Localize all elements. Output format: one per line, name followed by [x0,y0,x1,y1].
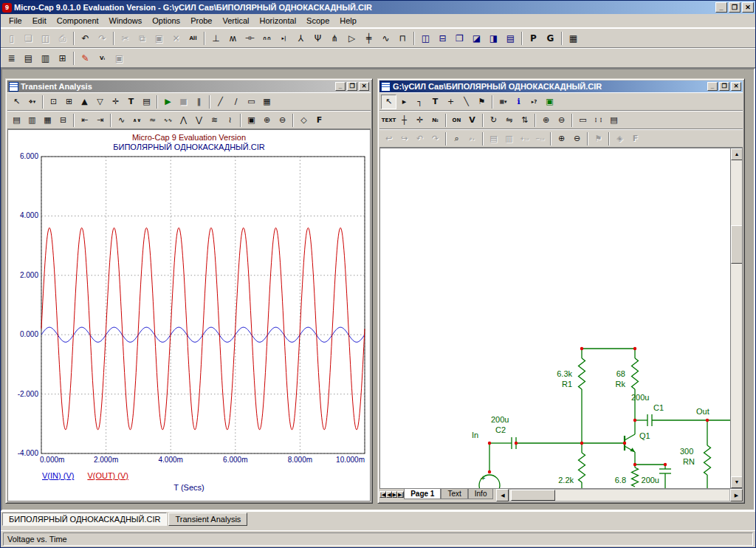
pnp-transistor-component-button[interactable]: Ψ [309,30,326,47]
analysis-titlebar[interactable]: Transient Analysis _ ❐ ✕ [7,81,371,92]
zoom-in-button[interactable]: ⊕ [259,113,275,128]
vertical-scroll-thumb[interactable] [731,225,743,264]
document-tab-1[interactable]: Transient Analysis [168,513,247,526]
flip-y-button[interactable]: ⇅ [517,113,532,128]
zoom-in-button[interactable]: ⊕ [538,113,554,128]
npn-transistor-component-button[interactable]: ⅄ [292,30,309,47]
graphics-dropdown-button[interactable]: ❖▾ [24,95,40,109]
state-variables-button[interactable]: ⊞ [54,50,71,66]
polyline-mode-button[interactable]: ∕ [228,95,244,109]
annotate-pencil-button[interactable]: ✎ [77,50,94,66]
analysis-maximize-button[interactable]: ❐ [347,82,357,91]
cursor-left-button[interactable]: ⇤ [77,113,92,128]
run-button[interactable]: ▶ [160,95,176,109]
find-button[interactable]: ⌕ [449,131,464,146]
opamp-component-button[interactable]: ▷ [343,30,360,47]
text-mode-button[interactable]: T [427,95,443,109]
stepping-button[interactable]: ≣ [3,50,20,66]
schematic-canvas[interactable]: +6.3kR168Rk200uC1200uC2Q1300RN2.2k6.8200… [380,148,733,488]
go-to-x-button[interactable]: ◇ [296,113,312,128]
tile-vertical-button[interactable]: ◫ [417,30,434,47]
find-next-button[interactable]: ⌕₊ [464,131,480,146]
maximize-button[interactable]: ❐ [729,2,740,13]
probe-p-button[interactable]: P [525,30,542,47]
pin-toggle-button[interactable]: ✛ [412,113,427,128]
save-file-button[interactable]: ◫ [37,30,54,47]
schematic-close-button[interactable]: ✕ [731,82,741,91]
page-tab-info[interactable]: Info [468,489,494,499]
flag-goto-button[interactable]: ⚑ [591,131,606,146]
find-part-dropdown-button[interactable]: ▦▾ [495,95,511,109]
select-all-button[interactable]: All [185,30,202,47]
schematic-minimize-button[interactable]: _ [707,82,718,91]
page-nav-3[interactable]: ▶| [397,491,404,498]
mosfet-component-button[interactable]: ⋔ [326,30,343,47]
menu-component[interactable]: Component [52,15,104,27]
box-mode-button[interactable]: ▭ [244,95,259,109]
layer-text-button[interactable]: ▥ [501,131,517,146]
analysis-minimize-button[interactable]: _ [335,82,346,91]
ruler-button[interactable]: ⊟ [55,113,71,128]
wave-approx-button[interactable]: ≈ [145,113,160,128]
graphics-mode-button[interactable]: + [443,95,458,109]
limits-button[interactable]: ⊡ [46,95,61,109]
scroll-up-button[interactable]: ▲ [731,148,743,160]
line-mode-button[interactable]: ╱ [213,95,228,109]
cut-button[interactable]: ✂ [117,30,134,47]
paste-button[interactable]: ▣ [151,30,168,47]
pause-button[interactable]: ‖ [191,95,207,109]
inductor-component-button[interactable]: ∩∩ [258,30,275,47]
undo-button[interactable]: ↶ [77,30,94,47]
diagonal-wire-mode-button[interactable]: ╲ [458,95,474,109]
color-display-button[interactable]: ▣ [542,95,557,109]
grid-both-button[interactable]: ▦ [40,113,55,128]
go-g-button[interactable]: G [542,30,559,47]
grid-toggle-button[interactable]: ▦ [259,95,275,109]
new-file-button[interactable]: ▯ [3,30,20,47]
menu-probe[interactable]: Probe [185,15,217,27]
transient-chart-plot[interactable]: 6.0004.0002.0000.000-2.000-4.0000.000m2.… [9,152,369,471]
horizontal-scrollbar[interactable]: ◀ ▶ [496,489,743,501]
wave-wavy-button[interactable]: ≀ [222,113,238,128]
close-button[interactable]: ✕ [742,2,754,13]
wire-toggle-button[interactable]: ┼ [396,113,412,128]
properties-button[interactable]: ▤ [139,95,154,109]
split-vertical-button[interactable]: ◨ [485,30,502,47]
menu-windows[interactable]: Windows [104,15,148,27]
scroll-right-button[interactable]: ▶ [730,489,743,501]
wave-triple-button[interactable]: ≋ [207,113,222,128]
pulse-source-component-button[interactable]: ⊓ [394,30,411,47]
scroll-down-button[interactable]: ▼ [731,476,743,488]
menu-edit[interactable]: Edit [27,15,52,27]
legend-v-out-v-[interactable]: V(OUT) (V) [87,471,128,483]
wave-max-button[interactable]: ⋀ [176,113,191,128]
add-page-button[interactable]: +▭ [517,131,532,146]
help-mode-button[interactable]: ▸? [526,95,542,109]
main-titlebar[interactable]: 9 Micro-Cap 9.0.1.0 Evaluation Version -… [1,1,755,14]
legend-v-in-v-[interactable]: V(IN) (V) [42,471,74,483]
sine-source-component-button[interactable]: ∿ [377,30,394,47]
menu-vertical[interactable]: Vertical [217,15,254,27]
menu-help[interactable]: Help [334,15,362,27]
wave-min-button[interactable]: ⋁ [191,113,207,128]
capacitor-component-button[interactable]: ⊣⊢ [241,30,258,47]
rotate-button[interactable]: ↻ [486,113,501,128]
normalize-button[interactable]: ▣ [244,113,259,128]
flip-x-button[interactable]: ⇋ [501,113,517,128]
cursor-right-button[interactable]: ⇥ [92,113,108,128]
probe-vi-button[interactable]: Vᵢ [94,50,111,66]
calculator-button[interactable]: ▤ [502,30,519,47]
open-file-button[interactable]: ❏ [20,30,37,47]
horizontal-scroll-thumb[interactable] [511,490,555,501]
page-tab-text[interactable]: Text [441,489,467,499]
tag-point-button[interactable]: ✛ [108,95,123,109]
watch-list-button[interactable]: ▥ [37,50,54,66]
remove-page-button[interactable]: −▭ [532,131,548,146]
scroll-left-button[interactable]: ◀ [496,489,509,501]
horizontal-grids-button[interactable]: ▤ [9,113,24,128]
pin-numbers-toggle-button[interactable]: № [427,113,443,128]
page-nav-2[interactable]: ▶ [392,491,397,498]
node-voltages-toggle-button[interactable]: V [464,113,480,128]
battery-component-button[interactable]: ╪ [360,30,377,47]
component-palette-button[interactable]: ▦ [565,30,582,47]
